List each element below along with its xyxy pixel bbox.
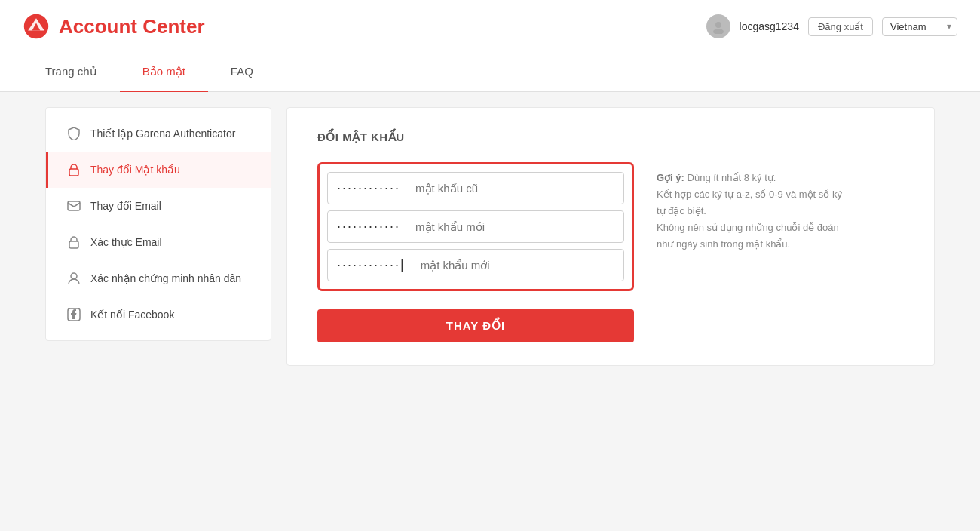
svg-point-1 [715, 22, 721, 28]
garena-logo-icon [23, 13, 50, 40]
email-icon [66, 198, 81, 213]
svg-point-6 [71, 273, 77, 279]
header: Account Center locgasg1234 Đăng xuất Vie… [0, 0, 980, 53]
region-selector[interactable]: Vietnam Thailand Singapore ▾ [882, 17, 957, 36]
hint-line1: Dùng ít nhất 8 ký tự. [688, 172, 776, 183]
person-icon [66, 271, 81, 286]
lock-icon [66, 162, 81, 177]
svg-rect-3 [69, 169, 78, 176]
username-label: locgasg1234 [740, 20, 799, 32]
new-password-dots: ············ [328, 211, 409, 242]
nav-tabs: Trang chủ Bảo mật FAQ [0, 53, 980, 92]
old-password-field-wrapper: ············ [327, 172, 624, 204]
header-right: locgasg1234 Đăng xuất Vietnam Thailand S… [706, 14, 957, 38]
new-password-field-wrapper: ············ [327, 210, 624, 243]
confirm-password-field-wrapper: ············| [327, 249, 624, 281]
hint-line3: Không nên sử dụng những chuỗi dễ đoán nh… [657, 222, 839, 250]
svg-rect-5 [69, 241, 78, 248]
new-password-input[interactable] [409, 213, 623, 241]
old-password-dots: ············ [328, 173, 409, 204]
lock2-icon [66, 235, 81, 250]
sidebar-item-facebook[interactable]: Kết nối Facebook [46, 296, 271, 333]
app-title: Account Center [59, 15, 205, 38]
sidebar-item-change-email-label: Thay đổi Email [90, 200, 161, 212]
sidebar-item-id-verify-label: Xác nhận chứng minh nhân dân [90, 272, 241, 284]
svg-rect-4 [68, 201, 80, 210]
sidebar-item-verify-email-label: Xác thực Email [90, 236, 162, 248]
main-content: Thiết lập Garena Authenticator Thay đổi … [23, 92, 957, 381]
tab-security[interactable]: Bảo mật [120, 53, 208, 92]
avatar [706, 14, 730, 38]
header-left: Account Center [23, 13, 205, 40]
sidebar-item-authenticator[interactable]: Thiết lập Garena Authenticator [46, 115, 271, 152]
tab-home[interactable]: Trang chủ [23, 53, 120, 92]
logout-button[interactable]: Đăng xuất [808, 17, 873, 36]
sidebar-item-id-verify[interactable]: Xác nhận chứng minh nhân dân [46, 260, 271, 296]
sidebar-item-change-password[interactable]: Thay đổi Mật khẩu [46, 152, 271, 188]
form-container: ············ ············ ············| … [317, 162, 904, 342]
section-title: ĐỔI MẬT KHẨU [317, 130, 904, 144]
old-password-input[interactable] [409, 174, 623, 202]
sidebar-item-change-email[interactable]: Thay đổi Email [46, 188, 271, 224]
tab-faq[interactable]: FAQ [208, 53, 276, 92]
form-fields: ············ ············ ············| … [317, 162, 634, 342]
content-area: ĐỔI MẬT KHẨU ············ ············ ·… [286, 107, 935, 366]
sidebar-item-facebook-label: Kết nối Facebook [90, 308, 174, 321]
hint-box: Gợi ý: Dùng ít nhất 8 ký tự. Kết hợp các… [657, 162, 845, 253]
confirm-password-dots: ············| [328, 250, 415, 281]
facebook-icon [66, 307, 81, 322]
submit-button[interactable]: THAY ĐỔI [317, 309, 634, 342]
region-select-input[interactable]: Vietnam Thailand Singapore [882, 17, 957, 36]
sidebar-item-change-password-label: Thay đổi Mật khẩu [90, 164, 180, 176]
svg-point-2 [713, 29, 724, 34]
hint-label: Gợi ý: [657, 172, 684, 183]
sidebar-item-authenticator-label: Thiết lập Garena Authenticator [90, 127, 235, 140]
shield-icon [66, 126, 81, 141]
confirm-password-input[interactable] [415, 251, 623, 279]
sidebar-item-verify-email[interactable]: Xác thực Email [46, 224, 271, 260]
password-fields-highlight: ············ ············ ············| [317, 162, 634, 291]
sidebar: Thiết lập Garena Authenticator Thay đổi … [45, 107, 271, 341]
hint-line2: Kết hợp các ký tự a-z, số 0-9 và một số … [657, 189, 842, 216]
